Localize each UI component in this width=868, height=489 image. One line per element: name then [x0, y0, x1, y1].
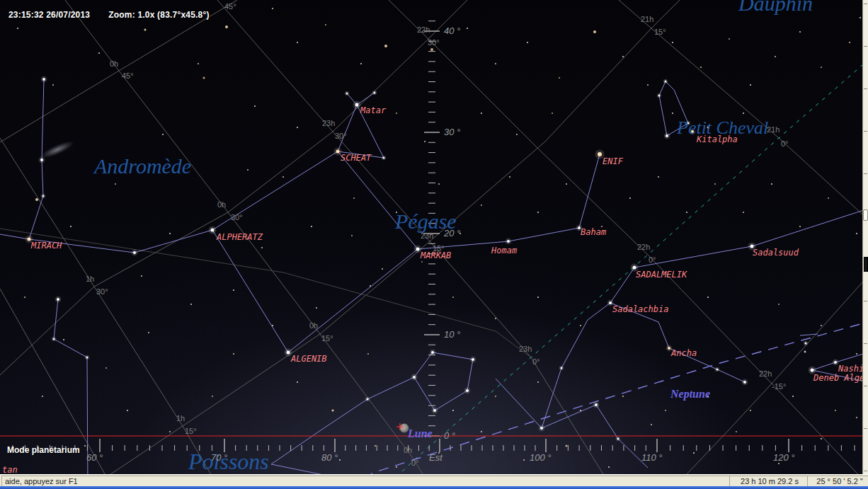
named-star-dot[interactable]	[805, 343, 807, 345]
named-star-dot[interactable]	[811, 369, 814, 372]
field-star	[198, 63, 199, 64]
scrollbar-thumb[interactable]	[864, 257, 868, 272]
named-star-dot[interactable]	[287, 351, 290, 355]
named-star-dot[interactable]	[665, 81, 667, 83]
named-star-dot[interactable]	[716, 369, 719, 371]
field-star	[212, 396, 213, 397]
field-star	[665, 410, 666, 411]
named-star-dot[interactable]	[633, 266, 636, 270]
named-star-dot[interactable]	[561, 367, 563, 369]
field-star	[743, 113, 744, 114]
named-star-dot[interactable]	[658, 95, 661, 97]
named-star-dot[interactable]	[598, 152, 602, 156]
named-star-dot[interactable]	[668, 347, 670, 350]
status-dec-coordinate: 25 ° 50 ' 5.2 "	[807, 476, 868, 487]
constellation-line	[496, 379, 542, 428]
named-star-dot[interactable]	[595, 403, 598, 406]
moon-disc[interactable]	[400, 424, 409, 433]
clock-text: 23:15:32 26/07/2013	[8, 10, 90, 20]
field-star	[127, 410, 128, 411]
field-star	[459, 233, 461, 234]
field-star	[799, 31, 801, 33]
named-star-dot[interactable]	[28, 238, 31, 241]
named-star-dot[interactable]	[743, 381, 746, 384]
field-star	[608, 466, 610, 468]
field-star	[622, 56, 624, 57]
field-star	[775, 56, 776, 57]
datetime-zoom-overlay: 23:15:32 26/07/2013Zoom: 1.0x (83.7°x45.…	[8, 10, 228, 20]
named-star-dot[interactable]	[383, 157, 385, 159]
scrollbar-graduation-mark	[864, 46, 867, 47]
field-star	[297, 381, 298, 383]
named-star-dot[interactable]	[466, 389, 469, 392]
field-star	[523, 459, 525, 461]
scrollbar-slider-handle[interactable]	[863, 209, 868, 221]
named-star-dot[interactable]	[336, 150, 340, 154]
named-star-dot[interactable]	[86, 357, 88, 359]
named-star-dot[interactable]	[691, 130, 694, 133]
constellation-boundary-line	[0, 229, 531, 357]
named-star-dot[interactable]	[346, 93, 348, 95]
named-star-dot[interactable]	[609, 301, 612, 304]
coordinate-grid	[0, 0, 862, 474]
field-star	[24, 297, 25, 298]
constellation-line	[542, 303, 610, 428]
field-star	[254, 105, 256, 107]
named-star-dot[interactable]	[57, 298, 59, 301]
named-star-dot[interactable]	[367, 398, 369, 401]
named-star-dot[interactable]	[666, 134, 668, 137]
grid-line	[0, 0, 237, 142]
grid-line	[217, 0, 612, 474]
field-star	[750, 84, 751, 86]
named-star-dot[interactable]	[42, 78, 45, 81]
field-star	[495, 318, 496, 319]
named-star-dot[interactable]	[211, 229, 215, 232]
field-star	[98, 52, 100, 54]
named-star-dot[interactable]	[431, 351, 434, 354]
grid-line	[619, 0, 862, 219]
field-star	[743, 212, 744, 213]
named-star-dot[interactable]	[433, 409, 436, 412]
field-star	[396, 466, 397, 468]
status-ra-coordinate: 23 h 10 m 29.2 s	[729, 476, 810, 487]
named-star-dot[interactable]	[804, 351, 806, 352]
field-star	[495, 63, 496, 64]
named-star-dot[interactable]	[834, 361, 837, 364]
named-star-dot[interactable]	[42, 195, 45, 197]
moon[interactable]	[396, 423, 409, 433]
field-star	[629, 197, 631, 199]
field-star	[396, 113, 397, 114]
named-star-dot[interactable]	[507, 240, 510, 243]
named-star-dot[interactable]	[413, 376, 416, 379]
named-star-dot[interactable]	[374, 92, 376, 94]
named-star-dot[interactable]	[40, 159, 43, 161]
field-star	[332, 410, 334, 412]
taskbar-edge	[0, 486, 868, 489]
mode-label: Mode planétarium	[7, 445, 80, 455]
named-star-dot[interactable]	[133, 251, 136, 254]
field-star	[707, 127, 709, 129]
named-star-dot[interactable]	[355, 103, 359, 107]
named-star-dot[interactable]	[416, 248, 420, 251]
sky-map[interactable]: AndromèdePégasePetit ChevalDauphinPoisso…	[0, 0, 862, 474]
field-star	[148, 332, 149, 333]
field-star	[527, 42, 528, 43]
field-star	[707, 396, 709, 397]
grid-line	[65, 0, 432, 474]
named-star-dot[interactable]	[540, 427, 543, 430]
field-star	[750, 410, 751, 411]
field-star	[424, 141, 426, 142]
constellation-line	[338, 105, 384, 158]
named-star-dot[interactable]	[750, 245, 754, 248]
named-star-dot[interactable]	[472, 358, 474, 361]
field-star	[559, 77, 560, 79]
field-star	[261, 247, 263, 248]
named-star-dot[interactable]	[578, 226, 581, 229]
field-star	[693, 452, 695, 454]
named-star-dot[interactable]	[617, 438, 619, 440]
named-star-dot[interactable]	[53, 338, 55, 340]
field-star	[601, 226, 603, 227]
zoom-scrollbar[interactable]	[862, 0, 868, 474]
named-star-dot[interactable]	[687, 122, 690, 125]
field-star	[856, 233, 857, 234]
